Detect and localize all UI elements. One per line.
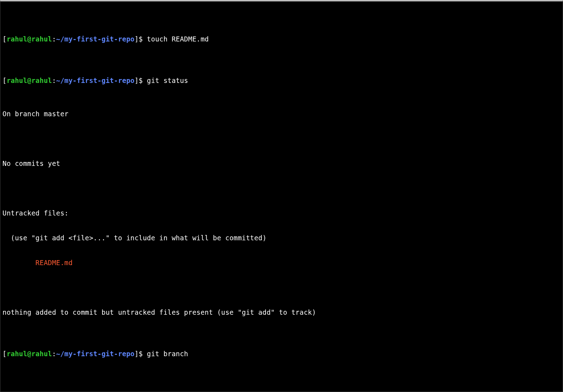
blank-line <box>2 284 561 292</box>
output-on-branch: On branch master <box>2 110 561 118</box>
output-untracked-hint: (use "git add <file>..." to include in w… <box>2 234 561 242</box>
prompt-line: [rahul@rahul:~/my-first-git-repo]$ git s… <box>2 77 561 85</box>
prompt-dollar: $ <box>139 350 143 358</box>
prompt-bracket-close: ] <box>134 77 139 84</box>
prompt-user-host: rahul@rahul <box>7 77 52 84</box>
blank-line <box>2 135 561 143</box>
prompt-bracket-open: [ <box>2 350 7 358</box>
prompt-dollar: $ <box>139 35 143 43</box>
prompt-colon: : <box>52 77 56 84</box>
prompt-path: ~/my-first-git-repo <box>56 77 134 84</box>
command-text: git status <box>143 77 188 84</box>
prompt-path: ~/my-first-git-repo <box>56 350 134 358</box>
output-nothing-added: nothing added to commit but untracked fi… <box>2 308 561 317</box>
blank-line <box>2 184 561 192</box>
prompt-user-host: rahul@rahul <box>7 35 52 43</box>
prompt-dollar: $ <box>139 77 143 84</box>
prompt-bracket-open: [ <box>2 77 7 84</box>
prompt-path: ~/my-first-git-repo <box>56 35 134 43</box>
terminal-window: [rahul@rahul:~/my-first-git-repo]$ touch… <box>0 0 563 392</box>
prompt-colon: : <box>52 350 56 358</box>
command-text: touch README.md <box>143 35 209 43</box>
prompt-bracket-open: [ <box>2 35 7 43</box>
prompt-bracket-close: ] <box>134 35 139 43</box>
output-untracked-file: README.md <box>2 259 561 267</box>
command-text: git branch <box>143 350 188 358</box>
prompt-colon: : <box>52 35 56 43</box>
prompt-line: [rahul@rahul:~/my-first-git-repo]$ touch… <box>2 35 561 43</box>
output-no-commits: No commits yet <box>2 159 561 168</box>
prompt-line: [rahul@rahul:~/my-first-git-repo]$ git b… <box>2 350 561 358</box>
terminal-body[interactable]: [rahul@rahul:~/my-first-git-repo]$ touch… <box>0 1 563 392</box>
prompt-user-host: rahul@rahul <box>7 350 52 358</box>
output-untracked-header: Untracked files: <box>2 209 561 217</box>
prompt-bracket-close: ] <box>134 350 139 358</box>
